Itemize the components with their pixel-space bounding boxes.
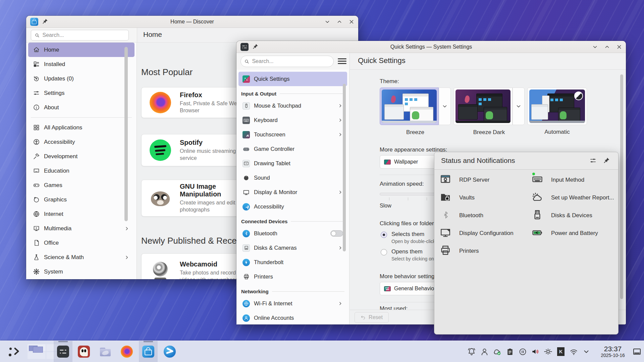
- close-icon[interactable]: [616, 44, 623, 50]
- close-icon[interactable]: [348, 18, 355, 25]
- sidebar-item-science-math[interactable]: Science & Math: [28, 250, 135, 264]
- sidebar-item-online-accounts[interactable]: Online Accounts: [238, 311, 347, 324]
- sidebar-item-accessibility[interactable]: Accessibility: [238, 199, 347, 214]
- pin-icon[interactable]: [603, 157, 610, 166]
- clock-widget[interactable]: 23:37 2025-10-16: [594, 341, 631, 362]
- sidebar-item-game-controller[interactable]: Game Controller: [238, 142, 347, 156]
- breeze-dark-options-button[interactable]: [513, 87, 525, 125]
- radio-selects-them[interactable]: [381, 232, 387, 238]
- radio-selects-label[interactable]: Selects them: [391, 231, 424, 238]
- popup-item-power-battery[interactable]: Power and Battery: [532, 226, 598, 240]
- discover-sidebar-scrollbar[interactable]: [124, 47, 128, 221]
- sidebar-item-multimedia[interactable]: Multimedia: [28, 221, 135, 236]
- maximize-icon[interactable]: [336, 18, 343, 25]
- taskbar-app-dolphin[interactable]: [96, 341, 115, 362]
- sidebar-item-disks-cameras[interactable]: Disks & Cameras: [238, 241, 347, 255]
- sidebar-item-about[interactable]: About: [28, 100, 135, 115]
- theme-card-breeze[interactable]: [380, 87, 439, 125]
- sidebar-item-accessibility[interactable]: Accessibility: [28, 135, 135, 149]
- taskbar: K 23:37 2025-10-16: [0, 341, 644, 362]
- bluetooth-toggle[interactable]: [330, 230, 343, 237]
- installed-icon: [33, 61, 40, 68]
- tray-clipboard-icon[interactable]: [504, 341, 516, 362]
- popup-item-display-configuration[interactable]: Display Configuration: [440, 226, 514, 240]
- sidebar-item-education[interactable]: Education: [28, 164, 135, 178]
- tray-expand-icon[interactable]: [580, 341, 592, 362]
- sidebar-item-mouse-touchpad[interactable]: Mouse & Touchpad: [238, 99, 347, 113]
- sidebar-item-all-applications[interactable]: All Applications: [28, 120, 135, 135]
- sidebar-item-drawing-tablet[interactable]: Drawing Tablet: [238, 156, 347, 171]
- taskbar-app-falkon[interactable]: [160, 341, 179, 362]
- sidebar-item-wifi-internet[interactable]: Wi-Fi & Internet: [238, 296, 347, 311]
- section-header-networking: Networking: [236, 284, 349, 296]
- breeze-options-button[interactable]: [439, 87, 451, 125]
- configure-icon[interactable]: [589, 157, 597, 166]
- sidebar-item-touchscreen[interactable]: Touchscreen: [238, 127, 347, 142]
- divider: [31, 117, 132, 118]
- graphics-icon: [33, 196, 40, 203]
- sidebar-item-display-monitor[interactable]: Display & Monitor: [238, 185, 347, 199]
- maximize-icon[interactable]: [604, 44, 610, 50]
- settings-titlebar[interactable]: Quick Settings — System Settings: [236, 41, 626, 53]
- discover-titlebar[interactable]: Home — Discover: [26, 16, 358, 28]
- sidebar-item-games[interactable]: Games: [28, 178, 135, 192]
- sidebar-item-sound[interactable]: Sound: [238, 171, 347, 185]
- theme-card-automatic[interactable]: [527, 87, 587, 125]
- sidebar-item-system[interactable]: System: [28, 264, 135, 279]
- popup-item-vaults[interactable]: Vaults: [440, 191, 475, 205]
- settings-search-input[interactable]: [252, 58, 330, 64]
- sidebar-item-office[interactable]: Office: [28, 236, 135, 250]
- minimize-icon[interactable]: [592, 44, 598, 50]
- hamburger-menu-icon[interactable]: [338, 58, 346, 64]
- sidebar-item-installed[interactable]: Installed: [28, 57, 135, 71]
- animation-speed-label: Animation speed:: [380, 181, 424, 187]
- reset-button[interactable]: Reset: [355, 312, 389, 323]
- discover-search[interactable]: [31, 30, 129, 41]
- tray-volume-icon[interactable]: [529, 341, 541, 362]
- radio-opens-them[interactable]: [381, 249, 387, 255]
- taskbar-app-ghostwriter[interactable]: [74, 341, 93, 362]
- tray-user-icon[interactable]: [478, 341, 490, 362]
- peek-desktop-button[interactable]: [632, 341, 642, 362]
- desktop: Home — Discover Home Home Installed Upda…: [0, 0, 644, 362]
- tray-wifi-icon[interactable]: [568, 341, 580, 362]
- sidebar-item-keyboard[interactable]: Keyboard: [238, 113, 347, 127]
- settings-search[interactable]: [240, 56, 334, 67]
- tray-notifications-icon[interactable]: [466, 341, 478, 362]
- theme-card-breeze-dark[interactable]: [453, 87, 513, 125]
- sidebar-item-quick-settings[interactable]: Quick Settings: [238, 72, 347, 86]
- tray-keyboard-layout-icon[interactable]: K: [555, 341, 567, 362]
- popup-item-input-method[interactable]: Input Method: [532, 173, 584, 187]
- popup-item-rdp-server[interactable]: RDP Server: [440, 173, 489, 187]
- radio-opens-label[interactable]: Opens them: [391, 248, 423, 255]
- system-icon: [33, 268, 40, 275]
- theme-name-automatic: Automatic: [527, 129, 587, 135]
- tray-media-pause-icon[interactable]: [517, 341, 529, 362]
- taskbar-app-system-settings[interactable]: [54, 341, 72, 362]
- sidebar-item-printers[interactable]: Printers: [238, 269, 347, 284]
- sidebar-item-internet[interactable]: Internet: [28, 207, 135, 221]
- discover-search-input[interactable]: [43, 32, 125, 38]
- tray-night-light-icon[interactable]: [542, 341, 554, 362]
- popup-item-weather[interactable]: Set up Weather Report...: [532, 191, 614, 205]
- taskbar-app-firefox[interactable]: [117, 341, 136, 362]
- sidebar-item-thunderbolt[interactable]: Thunderbolt: [238, 255, 347, 269]
- taskbar-app-discover[interactable]: [139, 341, 158, 362]
- sidebar-item-graphics[interactable]: Graphics: [28, 192, 135, 207]
- settings-scrollbar[interactable]: [620, 74, 623, 299]
- minimize-icon[interactable]: [324, 18, 331, 25]
- tray-cloud-sync-icon[interactable]: [491, 341, 503, 362]
- sidebar-item-development[interactable]: Development: [28, 149, 135, 164]
- popup-item-bluetooth[interactable]: Bluetooth: [440, 208, 483, 223]
- sidebar-item-bluetooth[interactable]: Bluetooth: [238, 226, 347, 241]
- sidebar-item-settings[interactable]: Settings: [28, 86, 135, 100]
- theme-label: Theme:: [380, 78, 399, 85]
- sidebar-item-home[interactable]: Home: [28, 43, 135, 57]
- sidebar-item-updates[interactable]: Updates (0): [28, 71, 135, 86]
- popup-item-printers[interactable]: Printers: [440, 244, 479, 258]
- settings-sidebar-scrollbar[interactable]: [343, 84, 346, 251]
- popup-item-disks-devices[interactable]: Disks & Devices: [532, 208, 592, 223]
- popup-title: Status and Notifications: [441, 157, 515, 165]
- disks-icon: [243, 244, 250, 252]
- app-launcher-button[interactable]: [5, 341, 24, 362]
